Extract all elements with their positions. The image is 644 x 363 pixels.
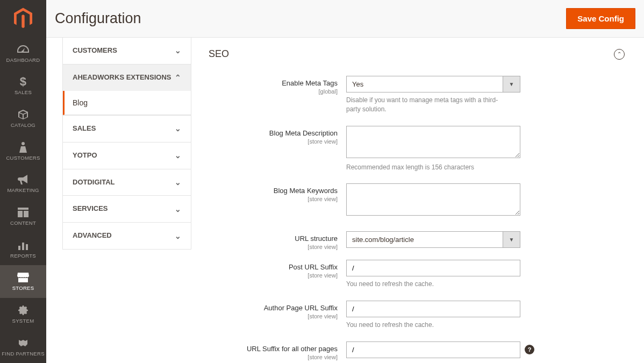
field-url-suffix-other: URL Suffix for all other pages [store vi… [209, 341, 625, 360]
nav-find-partners[interactable]: FIND PARTNERS [0, 330, 46, 363]
config-tabs: CUSTOMERS ⌄ AHEADWORKS EXTENSIONS ⌃ Blog… [62, 38, 191, 250]
select-url-structure[interactable]: site.com/blog/article ▼ [346, 231, 520, 248]
scope-author-page-url-suffix: [store view] [209, 313, 338, 319]
help-icon[interactable]: ? [525, 345, 534, 354]
label-enable-meta-tags: Enable Meta Tags [209, 79, 338, 87]
config-tab-customers[interactable]: CUSTOMERS ⌄ [63, 38, 191, 64]
config-section-customers: CUSTOMERS ⌄ [63, 38, 191, 65]
config-section-sales: SALES ⌄ [63, 116, 191, 143]
label-author-page-url-suffix: Author Page URL Suffix [209, 304, 338, 312]
input-post-url-suffix[interactable] [346, 260, 520, 276]
textarea-blog-meta-keywords[interactable] [346, 183, 520, 216]
bars-icon [18, 239, 28, 251]
nav-reports[interactable]: REPORTS [0, 232, 46, 265]
layout-icon [18, 207, 28, 218]
handshake-icon [17, 337, 29, 349]
chevron-down-icon: ⌄ [175, 232, 181, 240]
config-tab-services[interactable]: SERVICES ⌄ [63, 196, 191, 222]
nav-system[interactable]: SYSTEM [0, 298, 46, 331]
input-url-suffix-other[interactable] [346, 341, 520, 358]
label-blog-meta-keywords: Blog Meta Keywords [209, 187, 338, 195]
config-tab-aheadworks[interactable]: AHEADWORKS EXTENSIONS ⌃ [63, 65, 191, 91]
dropdown-toggle-icon: ▼ [503, 231, 520, 248]
gauge-icon [17, 44, 29, 55]
label-blog-meta-description: Blog Meta Description [209, 129, 338, 137]
dollar-icon: $ [20, 76, 27, 88]
section-title-seo: SEO [209, 48, 614, 60]
scope-url-suffix-other: [store view] [209, 354, 338, 360]
field-url-structure: URL structure [store view] site.com/blog… [209, 231, 625, 250]
config-section-advanced: ADVANCED ⌄ [63, 223, 191, 249]
storefront-icon [17, 272, 29, 283]
scope-post-url-suffix: [store view] [209, 272, 338, 279]
chevron-down-icon: ⌄ [175, 205, 181, 213]
field-post-url-suffix: Post URL Suffix [store view] You need to… [209, 260, 625, 296]
config-tab-yotpo[interactable]: YOTPO ⌄ [63, 143, 191, 169]
config-subtab-blog[interactable]: Blog [63, 91, 191, 115]
bullhorn-icon [18, 174, 28, 186]
section-header-row: SEO ⌃ [209, 48, 625, 60]
box-icon [18, 109, 28, 120]
note-author-page-url-suffix: You need to refresh the cache. [346, 321, 510, 330]
config-tab-dotdigital[interactable]: DOTDIGITAL ⌄ [63, 169, 191, 196]
nav-marketing[interactable]: MARKETING [0, 167, 46, 200]
admin-sidebar: DASHBOARD $ SALES CATALOG CUSTOMERS MARK… [0, 0, 46, 363]
scope-blog-meta-description: [store view] [209, 138, 338, 145]
field-blog-meta-keywords: Blog Meta Keywords [store view] [209, 183, 625, 217]
field-author-page-url-suffix: Author Page URL Suffix [store view] You … [209, 301, 625, 337]
textarea-blog-meta-description[interactable] [346, 126, 520, 158]
save-config-button[interactable]: Save Config [566, 8, 635, 29]
page-header: Configuration Save Config [46, 0, 644, 38]
field-enable-meta-tags: Enable Meta Tags [global] Yes ▼ Disable … [209, 76, 625, 122]
nav-catalog[interactable]: CATALOG [0, 102, 46, 135]
scope-enable-meta-tags: [global] [209, 88, 338, 95]
scope-url-structure: [store view] [209, 244, 338, 250]
label-url-suffix-other: URL Suffix for all other pages [209, 345, 338, 353]
config-section-yotpo: YOTPO ⌄ [63, 143, 191, 169]
config-section-aheadworks: AHEADWORKS EXTENSIONS ⌃ Blog [63, 65, 191, 116]
label-url-structure: URL structure [209, 234, 338, 243]
magento-logo[interactable] [0, 0, 46, 37]
nav-stores[interactable]: STORES [0, 265, 46, 298]
note-blog-meta-description: Recommended max length is 156 characters [346, 163, 510, 172]
field-blog-meta-description: Blog Meta Description [store view] Recom… [209, 126, 625, 180]
nav-dashboard[interactable]: DASHBOARD [0, 37, 46, 69]
dropdown-toggle-icon: ▼ [503, 76, 520, 92]
chevron-down-icon: ⌄ [175, 151, 181, 160]
nav-customers[interactable]: CUSTOMERS [0, 134, 46, 167]
note-post-url-suffix: You need to refresh the cache. [346, 280, 510, 289]
select-enable-meta-tags[interactable]: Yes ▼ [346, 76, 520, 92]
config-section-dotdigital: DOTDIGITAL ⌄ [63, 169, 191, 196]
scope-blog-meta-keywords: [store view] [209, 196, 338, 202]
config-tab-sales[interactable]: SALES ⌄ [63, 116, 191, 142]
gear-icon [18, 304, 28, 316]
config-section-services: SERVICES ⌄ [63, 196, 191, 223]
input-author-page-url-suffix[interactable] [346, 301, 520, 317]
label-post-url-suffix: Post URL Suffix [209, 263, 338, 271]
config-tab-advanced[interactable]: ADVANCED ⌄ [63, 223, 191, 249]
chevron-up-icon: ⌃ [175, 73, 181, 82]
chevron-down-icon: ⌄ [175, 46, 181, 55]
collapse-section-button[interactable]: ⌃ [614, 49, 625, 60]
config-form: SEO ⌃ Enable Meta Tags [global] Yes ▼ Di… [209, 38, 644, 363]
chevron-down-icon: ⌄ [175, 178, 181, 187]
person-icon [19, 141, 27, 153]
note-enable-meta-tags: Disable if you want to manage meta tags … [346, 96, 510, 114]
chevron-down-icon: ⌄ [175, 124, 181, 133]
page-title: Configuration [55, 10, 566, 27]
nav-content[interactable]: CONTENT [0, 200, 46, 233]
nav-sales[interactable]: $ SALES [0, 69, 46, 102]
